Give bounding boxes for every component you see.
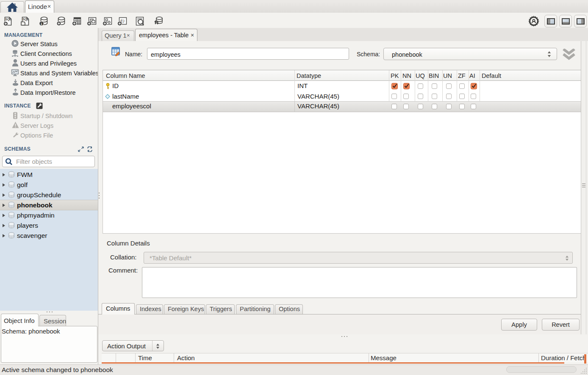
svg-text:SQL: SQL xyxy=(6,18,12,21)
svg-text:SQL: SQL xyxy=(23,18,29,21)
